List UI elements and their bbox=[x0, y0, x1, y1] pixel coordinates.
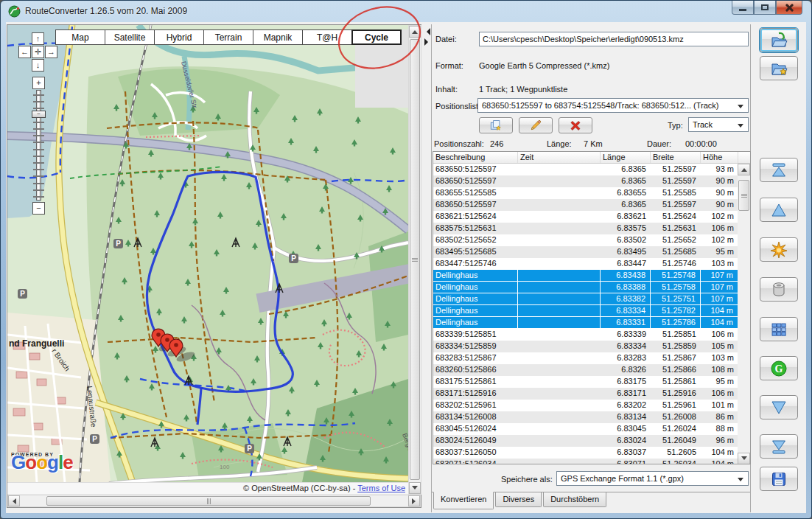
tab-konvertieren[interactable]: Konvertieren bbox=[433, 492, 494, 509]
split-positionlist-button[interactable] bbox=[760, 317, 798, 341]
maximize-button[interactable] bbox=[754, 1, 776, 15]
datei-field[interactable]: C:\Users\cpesch\Desktop\Speicher\erledig… bbox=[479, 32, 749, 46]
svg-text:P: P bbox=[291, 254, 296, 262]
table-row[interactable]: 683621:51256246.8362151.25624102 m bbox=[433, 211, 739, 223]
table-row[interactable]: 683495:51256856.8349551.2568595 m bbox=[433, 246, 739, 258]
map-horizontal-scrollbar[interactable] bbox=[7, 495, 421, 507]
table-row[interactable]: 683650:51255976.836551.2559793 m bbox=[433, 164, 739, 175]
table-row[interactable]: 683655:51255856.8365551.2558590 m bbox=[433, 187, 739, 199]
table-row[interactable]: Dellinghaus6.8338851.25758107 m bbox=[433, 282, 739, 293]
table-row[interactable]: 683024:51260496.8302451.2604996 m bbox=[433, 435, 739, 447]
table-row[interactable]: 683339:51258516.8333951.25851106 m bbox=[433, 329, 739, 341]
svg-text:P: P bbox=[116, 240, 121, 248]
folder-new-icon bbox=[770, 60, 788, 77]
move-up-button[interactable] bbox=[760, 198, 798, 222]
map-image: P P P P P nd Franguelli r Broich Lenaust… bbox=[7, 25, 408, 482]
terms-of-use-link[interactable]: Terms of Use bbox=[357, 484, 405, 492]
map-scroll-right-button[interactable] bbox=[408, 495, 420, 506]
add-star-icon bbox=[770, 241, 788, 259]
table-row[interactable]: 683202:51259616.8320251.25961101 m bbox=[433, 400, 739, 411]
table-row[interactable]: 683447:51257466.8344751.25746103 m bbox=[433, 258, 739, 270]
column-header-beschreibung[interactable]: Beschreibung bbox=[433, 152, 518, 163]
map-tab-mapnik[interactable]: Mapnik bbox=[253, 29, 303, 45]
pan-right-button[interactable]: → bbox=[45, 46, 57, 58]
minimize-button[interactable] bbox=[732, 1, 754, 15]
map-scroll-left-button[interactable] bbox=[8, 495, 20, 506]
map-tab-terrain[interactable]: Terrain bbox=[203, 29, 253, 45]
map-scroll-up-button[interactable] bbox=[409, 26, 421, 38]
positionszahl-value: 246 bbox=[490, 139, 503, 148]
table-row[interactable]: 683037:51260506.8303751.2605104 m bbox=[433, 447, 739, 459]
table-row[interactable]: Dellinghaus6.8333451.25782104 m bbox=[433, 305, 739, 317]
splitter-collapse-left[interactable] bbox=[423, 28, 430, 35]
table-row[interactable]: 683260:51258666.832651.25866108 m bbox=[433, 364, 739, 376]
move-down-button[interactable] bbox=[760, 395, 798, 419]
column-header-zeit[interactable]: Zeit bbox=[518, 152, 601, 163]
zoom-tick bbox=[33, 189, 44, 191]
close-button[interactable] bbox=[776, 1, 802, 15]
zoom-in-button[interactable]: + bbox=[32, 77, 45, 89]
map-hscroll-thumb[interactable] bbox=[46, 496, 371, 506]
table-row[interactable]: 683134:51260086.8313451.2600886 m bbox=[433, 411, 739, 423]
typ-combo[interactable]: Track bbox=[688, 117, 749, 132]
arrow-up-icon bbox=[412, 27, 418, 34]
column-header-hoehe[interactable]: Höhe bbox=[701, 152, 738, 163]
table-row[interactable]: Dellinghaus6.8343851.25748107 m bbox=[433, 270, 739, 282]
map-vertical-scrollbar[interactable] bbox=[408, 25, 421, 495]
pan-left-button[interactable]: ← bbox=[18, 46, 31, 58]
pan-center-button[interactable]: ✛ bbox=[32, 46, 44, 58]
move-to-bottom-button[interactable] bbox=[760, 434, 798, 459]
column-header-laenge[interactable]: Länge bbox=[601, 152, 651, 163]
table-row[interactable]: 683045:51260246.8304551.2602488 m bbox=[433, 423, 739, 435]
svg-text:P: P bbox=[247, 445, 252, 453]
tab-durchstöbern[interactable]: Durchstöbern bbox=[543, 492, 606, 507]
laenge-label: Länge: bbox=[547, 139, 572, 148]
delete-positionlist-button[interactable] bbox=[559, 117, 592, 133]
table-row[interactable]: Dellinghaus6.8333151.25786104 m bbox=[433, 317, 739, 329]
table-row[interactable]: 683502:51256526.8350251.25652102 m bbox=[433, 234, 739, 246]
table-scroll-down-button[interactable] bbox=[738, 453, 750, 464]
tab-diverses[interactable]: Diverses bbox=[495, 492, 542, 507]
new-file-button[interactable] bbox=[760, 56, 798, 80]
save-icon bbox=[770, 470, 788, 488]
add-position-button[interactable] bbox=[760, 237, 798, 262]
map-scroll-down-button[interactable] bbox=[409, 482, 421, 494]
table-scrollbar[interactable] bbox=[738, 164, 750, 464]
table-row[interactable]: Dellinghaus6.8338251.25751107 m bbox=[433, 293, 739, 305]
zoom-slider-thumb[interactable]: − bbox=[32, 111, 46, 118]
zoom-tick bbox=[33, 122, 44, 123]
new-positionlist-button[interactable] bbox=[479, 117, 513, 133]
column-header-breite[interactable]: Breite bbox=[651, 152, 701, 163]
map-tab-map[interactable]: Map bbox=[55, 29, 105, 45]
table-row[interactable]: 683575:51256316.8357551.25631106 m bbox=[433, 223, 739, 234]
table-row[interactable]: 683171:51259166.8317151.25916106 m bbox=[433, 388, 739, 400]
table-row[interactable]: 683650:51255976.836551.2559790 m bbox=[433, 175, 739, 187]
map-vscroll-thumb[interactable] bbox=[410, 39, 420, 480]
table-row[interactable]: 683071:51260346.8307151.26034104 m bbox=[433, 459, 739, 464]
zoom-out-button[interactable]: − bbox=[32, 202, 45, 215]
table-row[interactable]: 683283:51258676.8328351.25867103 m bbox=[433, 352, 739, 364]
map-tab-hybrid[interactable]: Hybrid bbox=[154, 29, 204, 45]
pan-up-button[interactable]: ↑ bbox=[32, 32, 44, 45]
table-row[interactable]: 683650:51255976.836551.2559790 m bbox=[433, 199, 739, 211]
map-tab-satellite[interactable]: Satellite bbox=[105, 29, 155, 45]
table-scroll-up-button[interactable] bbox=[738, 164, 750, 175]
title-bar[interactable]: RouteConverter 1.26.5 vom 20. Mai 2009 bbox=[1, 1, 811, 22]
map-tab-cycle[interactable]: Cycle bbox=[351, 29, 402, 45]
move-to-top-button[interactable] bbox=[760, 158, 798, 182]
map-tab-th[interactable]: T@H bbox=[302, 29, 352, 45]
table-row[interactable]: 683334:51258596.8333451.25859105 m bbox=[433, 341, 739, 352]
pan-down-button[interactable]: ↓ bbox=[32, 59, 44, 72]
map-tab-bar: MapSatelliteHybridTerrainMapnikT@HCycle bbox=[56, 29, 402, 45]
table-scroll-thumb[interactable] bbox=[738, 180, 749, 211]
speichere-combo[interactable]: GPS Exchange Format 1.1 (*.gpx) bbox=[556, 471, 749, 486]
table-row[interactable]: 683175:51258616.8317551.2586195 m bbox=[433, 376, 739, 388]
rename-positionlist-button[interactable] bbox=[519, 117, 553, 133]
geotag-google-button[interactable]: G bbox=[760, 356, 798, 380]
delete-position-button[interactable] bbox=[760, 277, 798, 302]
dauer-label: Dauer: bbox=[647, 139, 671, 148]
positionsliste-combo[interactable]: 683650:5125597 to 683754:5125548/Track: … bbox=[477, 98, 749, 113]
map-canvas[interactable]: P P P P P nd Franguelli r Broich Lenaust… bbox=[7, 25, 408, 482]
save-file-button[interactable] bbox=[760, 467, 798, 491]
open-file-button[interactable] bbox=[760, 28, 798, 52]
